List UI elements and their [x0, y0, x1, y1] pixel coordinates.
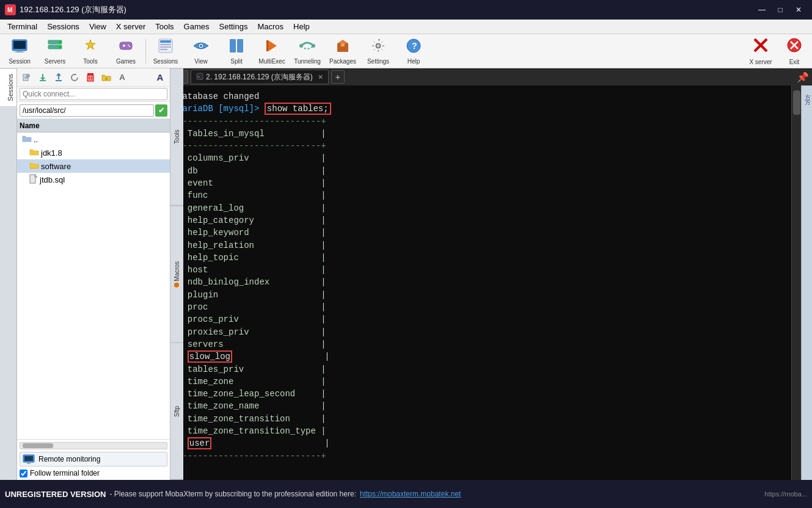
- tree-label: software: [41, 162, 71, 171]
- sftp-vtab[interactable]: Sftp: [170, 343, 183, 480]
- close-button[interactable]: ✕: [790, 3, 807, 16]
- tree-item-jdk18[interactable]: jdk1.8: [17, 146, 170, 159]
- terminal-tab-close[interactable]: ✕: [318, 73, 323, 81]
- slow-log-highlight: slow_log: [188, 350, 232, 363]
- term-row-columns-priv: | columns_priv |: [177, 152, 784, 164]
- terminal-content-area: Database changed MariaDB [mysql]> show t…: [170, 85, 812, 480]
- toolbar-help[interactable]: ? Help: [397, 35, 431, 67]
- toolbar-xserver[interactable]: X server: [742, 35, 779, 67]
- toolbar-settings[interactable]: Settings: [361, 35, 395, 67]
- term-row-proxies-priv: | proxies_priv |: [177, 326, 784, 338]
- svg-rect-18: [160, 46, 171, 48]
- menu-macros[interactable]: Macros: [252, 21, 288, 32]
- servers-icon: [46, 37, 64, 57]
- term-row-db: | db |: [177, 165, 784, 177]
- settings-label: Settings: [367, 58, 389, 65]
- menu-bar: Terminal Sessions View X server Tools Ga…: [0, 20, 812, 34]
- sidebar-rename-btn[interactable]: A: [115, 70, 130, 85]
- term-row-help-category: | help_category |: [177, 214, 784, 227]
- remote-monitor-btn[interactable]: Remote monitoring: [20, 452, 167, 466]
- sessions-vtab[interactable]: Sessions: [0, 68, 16, 106]
- svg-text:>_: >_: [197, 74, 203, 79]
- view-label: View: [194, 58, 208, 65]
- follow-terminal-label[interactable]: Follow terminal folder: [20, 469, 167, 477]
- menu-xserver[interactable]: X server: [111, 21, 150, 32]
- horizontal-scrollbar[interactable]: [20, 442, 167, 449]
- toolbar-exit[interactable]: Exit: [779, 35, 810, 67]
- path-ok-button[interactable]: ✔: [155, 104, 167, 117]
- svg-marker-43: [75, 73, 77, 75]
- sidebar-delete-btn[interactable]: [83, 70, 98, 85]
- file-tree-header: Name: [17, 119, 170, 132]
- svg-rect-19: [160, 49, 167, 50]
- macros-vtab[interactable]: Macros: [170, 206, 183, 343]
- svg-point-8: [59, 41, 61, 43]
- sidebar-upload-btn[interactable]: [51, 70, 66, 85]
- svg-point-13: [128, 45, 129, 46]
- menu-settings[interactable]: Settings: [214, 21, 253, 32]
- menu-sessions[interactable]: Sessions: [42, 21, 84, 32]
- term-row-event: | event |: [177, 177, 784, 189]
- file-tree: .. jdk1.8 software: [17, 132, 170, 439]
- toolbar-sep-1: [145, 39, 146, 64]
- toolbar-games[interactable]: Games: [109, 35, 143, 67]
- tree-item-jtdb[interactable]: jtdb.sql: [17, 173, 170, 186]
- term-row-procs-priv: | procs_priv |: [177, 313, 784, 325]
- sidebar-download-btn[interactable]: [35, 70, 50, 85]
- toolbar-tools[interactable]: Tools: [73, 35, 108, 67]
- toolbar-view[interactable]: View: [184, 35, 218, 67]
- menu-terminal[interactable]: Terminal: [2, 21, 42, 32]
- terminal-scrollbar[interactable]: [791, 85, 801, 480]
- tree-item-dotdot[interactable]: ..: [17, 132, 170, 146]
- sidebar-toolbar: A A: [17, 68, 170, 87]
- split-label: Split: [230, 58, 242, 65]
- right-panel-btn-1[interactable]: 方: [802, 87, 812, 92]
- path-input[interactable]: [20, 104, 154, 117]
- sidebar-new-btn[interactable]: [20, 70, 34, 85]
- status-link[interactable]: https://mobaxterm.mobatek.net: [360, 490, 461, 498]
- svg-text:?: ?: [412, 41, 417, 51]
- term-row-user: | user |: [177, 437, 784, 449]
- svg-rect-5: [15, 52, 24, 53]
- toolbar-session[interactable]: Session: [2, 35, 37, 67]
- add-tab-button[interactable]: +: [331, 70, 345, 84]
- right-panel-btn-2[interactable]: 方: [802, 92, 812, 96]
- svg-rect-25: [266, 40, 268, 51]
- svg-rect-55: [27, 463, 31, 464]
- sidebar-biggertext-btn[interactable]: A: [153, 70, 167, 85]
- folder-icon: [29, 161, 39, 172]
- menu-view[interactable]: View: [84, 21, 111, 32]
- toolbar-packages[interactable]: Packages: [326, 35, 360, 67]
- menu-help[interactable]: Help: [288, 21, 315, 32]
- follow-terminal-checkbox[interactable]: [20, 470, 27, 477]
- follow-terminal-text: Follow terminal folder: [30, 469, 100, 477]
- quick-connect-input[interactable]: [20, 88, 167, 100]
- svg-rect-12: [123, 45, 125, 47]
- sidebar-refresh-btn[interactable]: [67, 70, 82, 85]
- menu-tools[interactable]: Tools: [150, 21, 178, 32]
- svg-point-14: [129, 46, 130, 47]
- toolbar-servers[interactable]: Servers: [38, 35, 72, 67]
- term-row-ndb: | ndb_binlog_index |: [177, 276, 784, 288]
- toolbar-sessions[interactable]: Sessions: [148, 35, 183, 67]
- term-row-proc: | proc |: [177, 301, 784, 313]
- toolbar-split[interactable]: Split: [219, 35, 254, 67]
- terminal-output[interactable]: Database changed MariaDB [mysql]> show t…: [170, 85, 791, 480]
- toolbar-tunneling[interactable]: Tunneling: [290, 35, 324, 67]
- scrollbar-thumb[interactable]: [793, 90, 800, 115]
- games-icon: [117, 37, 134, 57]
- maximize-button[interactable]: □: [772, 3, 789, 16]
- tree-label: jtdb.sql: [40, 175, 65, 184]
- svg-point-21: [200, 45, 202, 47]
- tree-item-software[interactable]: software: [17, 159, 170, 173]
- minimize-button[interactable]: —: [753, 3, 770, 16]
- menu-games[interactable]: Games: [179, 21, 214, 32]
- folder-icon: [22, 134, 32, 145]
- tools-vtab[interactable]: Tools: [170, 68, 183, 206]
- sidebar-newfolder-btn[interactable]: [99, 70, 114, 85]
- term-row-time-zone-leap: | time_zone_leap_second |: [177, 388, 784, 400]
- term-row-help-topic: | help_topic |: [177, 252, 784, 264]
- tab-pin-button[interactable]: 📌: [796, 70, 810, 84]
- terminal-tab-1[interactable]: >_ 2. 192.168.126.129 (京淘服务器) ✕: [191, 70, 329, 84]
- toolbar-multiexec[interactable]: MultiExec: [255, 35, 289, 67]
